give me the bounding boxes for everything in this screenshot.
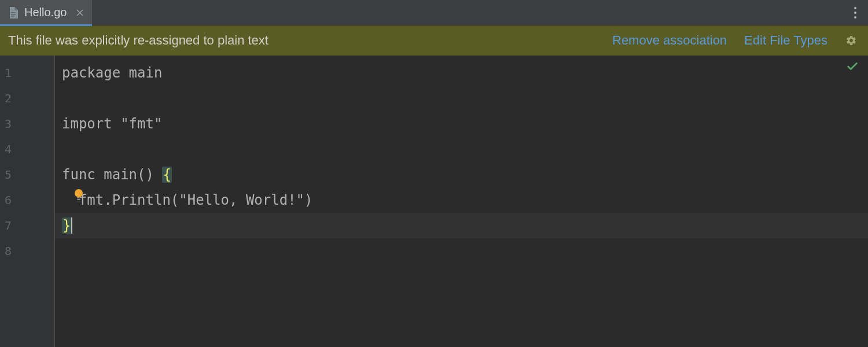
more-menu-icon[interactable]	[851, 3, 860, 22]
code-line[interactable]: fmt.Println("Hello, World!")	[55, 187, 868, 213]
line-number[interactable]: 2	[0, 86, 54, 111]
brace-close: }	[62, 217, 71, 234]
svg-rect-5	[78, 199, 80, 200]
code-text: import "fmt"	[62, 116, 162, 132]
file-icon	[8, 7, 19, 19]
code-line[interactable]: func main() {	[55, 162, 868, 187]
svg-point-3	[75, 189, 83, 197]
tab-filename: Hello.go	[24, 6, 67, 19]
code-line[interactable]	[55, 136, 868, 162]
svg-rect-1	[11, 14, 16, 15]
svg-rect-4	[77, 197, 80, 198]
line-number[interactable]: 6	[0, 187, 54, 213]
close-icon[interactable]	[75, 8, 85, 18]
gutter: 1 2 3 4 5 6 7 8	[0, 56, 55, 347]
code-area[interactable]: package main import "fmt" func main() { …	[55, 56, 868, 347]
notification-message: This file was explicitly re-assigned to …	[8, 33, 595, 48]
gear-icon[interactable]	[845, 34, 858, 47]
file-tab[interactable]: Hello.go	[0, 0, 92, 25]
code-line[interactable]: import "fmt"	[55, 111, 868, 136]
code-line[interactable]	[55, 238, 868, 264]
text-cursor	[71, 217, 72, 234]
code-line[interactable]: package main	[55, 60, 868, 86]
line-number[interactable]: 7	[0, 213, 54, 238]
line-number[interactable]: 4	[0, 136, 54, 162]
intention-bulb-icon[interactable]	[72, 189, 85, 201]
code-line-current[interactable]: }	[55, 213, 868, 238]
remove-association-link[interactable]: Remove association	[612, 33, 727, 48]
tab-bar: Hello.go	[0, 0, 868, 25]
active-tab-indicator	[0, 24, 92, 26]
line-number[interactable]: 3	[0, 111, 54, 136]
line-number[interactable]: 8	[0, 238, 54, 264]
code-text: func main()	[62, 167, 162, 183]
edit-file-types-link[interactable]: Edit File Types	[744, 33, 827, 48]
svg-rect-2	[11, 16, 14, 17]
checkmark-icon[interactable]	[846, 60, 859, 75]
notification-bar: This file was explicitly re-assigned to …	[0, 25, 868, 56]
code-text: fmt.Println("Hello, World!")	[62, 192, 312, 208]
line-number[interactable]: 1	[0, 60, 54, 86]
editor: 1 2 3 4 5 6 7 8 package main import "fmt…	[0, 56, 868, 347]
brace-open: {	[162, 167, 171, 183]
code-line[interactable]	[55, 86, 868, 111]
svg-rect-0	[11, 12, 16, 13]
line-number[interactable]: 5	[0, 162, 54, 187]
code-text: package main	[62, 65, 162, 81]
